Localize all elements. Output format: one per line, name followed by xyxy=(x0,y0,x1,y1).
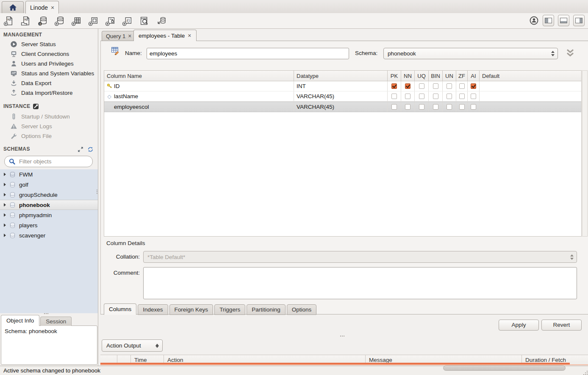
expander-icon[interactable] xyxy=(4,183,6,186)
tab-query-1[interactable]: Query 1 × xyxy=(102,31,136,41)
workbench-assistant-icon[interactable] xyxy=(529,16,539,25)
expander-icon[interactable] xyxy=(4,213,6,217)
nn-checkbox[interactable] xyxy=(405,94,410,99)
header-un[interactable]: UN xyxy=(443,71,456,81)
header-pk[interactable]: PK xyxy=(388,71,401,81)
tab-object-info[interactable]: Object Info xyxy=(1,315,39,326)
zf-checkbox[interactable] xyxy=(459,104,465,110)
expander-icon[interactable] xyxy=(4,173,6,176)
header-bin[interactable]: BIN xyxy=(429,71,443,81)
nn-checkbox[interactable] xyxy=(405,83,410,89)
sidebar-item-startup-shutdown[interactable]: Startup / Shutdown xyxy=(10,112,97,121)
schema-item-phpmyadmin[interactable]: phpmyadmin xyxy=(0,210,98,220)
sidebar-item-status-system-variables[interactable]: Status and System Variables xyxy=(10,69,97,78)
create-procedure-icon[interactable] xyxy=(104,15,116,27)
nn-checkbox[interactable] xyxy=(405,104,410,110)
output-horizontal-scrollbar[interactable] xyxy=(443,365,566,371)
grid-vertical-scrollbar[interactable] xyxy=(582,70,588,237)
un-checkbox[interactable] xyxy=(447,104,452,110)
create-table-icon[interactable] xyxy=(70,15,82,27)
header-zf[interactable]: ZF xyxy=(456,71,468,81)
default-cell[interactable] xyxy=(480,102,581,112)
close-icon[interactable]: × xyxy=(188,33,191,39)
bin-checkbox[interactable] xyxy=(433,83,438,89)
column-row-id[interactable]: ID INT xyxy=(104,81,581,91)
schema-item-players[interactable]: players xyxy=(0,220,98,230)
sidebar-item-client-connections[interactable]: Client Connections xyxy=(10,49,97,58)
create-view-icon[interactable] xyxy=(87,15,99,27)
tab-foreign-keys[interactable]: Foreign Keys xyxy=(169,304,214,315)
inspect-database-icon[interactable]: i xyxy=(36,15,48,27)
pk-checkbox[interactable] xyxy=(391,94,397,99)
sidebar-item-server-logs[interactable]: Server Logs xyxy=(10,121,97,131)
tab-options[interactable]: Options xyxy=(287,304,317,315)
tab-columns[interactable]: Columns xyxy=(104,303,136,315)
expander-icon[interactable] xyxy=(4,193,6,196)
close-icon[interactable]: × xyxy=(51,5,54,11)
close-icon[interactable]: × xyxy=(128,33,131,39)
data-transfer-wizard-icon[interactable] xyxy=(155,15,167,27)
expander-icon[interactable] xyxy=(4,234,6,237)
tab-session[interactable]: Session xyxy=(40,317,72,326)
header-column-name[interactable]: Column Name xyxy=(104,71,294,81)
pk-checkbox[interactable] xyxy=(391,104,397,110)
toggle-left-sidebar-icon[interactable] xyxy=(543,15,554,26)
bin-checkbox[interactable] xyxy=(433,104,438,110)
revert-button[interactable]: Revert xyxy=(541,320,582,331)
schema-item-groupschedule[interactable]: groupSchedule xyxy=(0,190,98,200)
pk-checkbox[interactable] xyxy=(391,83,397,89)
schema-item-scavenger[interactable]: scavenger xyxy=(0,230,98,240)
tab-triggers[interactable]: Triggers xyxy=(214,304,245,315)
sidebar-item-data-export[interactable]: Data Export xyxy=(10,78,97,88)
table-name-input[interactable] xyxy=(147,48,349,59)
header-uq[interactable]: UQ xyxy=(415,71,429,81)
create-function-icon[interactable]: f() xyxy=(121,15,133,27)
ai-checkbox[interactable] xyxy=(471,94,476,99)
un-checkbox[interactable] xyxy=(447,83,452,89)
toggle-right-sidebar-icon[interactable] xyxy=(573,15,585,26)
bin-checkbox[interactable] xyxy=(433,94,438,99)
collapse-header-chevron-icon[interactable] xyxy=(564,48,576,58)
ai-checkbox[interactable] xyxy=(471,104,476,110)
schema-select[interactable]: phonebook xyxy=(383,48,558,59)
header-nn[interactable]: NN xyxy=(401,71,415,81)
tab-indexes[interactable]: Indexes xyxy=(138,304,168,315)
expander-icon[interactable] xyxy=(4,223,6,227)
search-table-data-icon[interactable] xyxy=(138,15,150,27)
uq-checkbox[interactable] xyxy=(419,94,424,99)
resize-grip-icon[interactable] xyxy=(585,372,586,373)
schema-item-golf[interactable]: golf xyxy=(0,179,98,190)
expander-icon[interactable] xyxy=(4,203,6,207)
sidebar-item-options-file[interactable]: Options File xyxy=(10,131,97,141)
output-panel-splitter[interactable] xyxy=(340,336,341,336)
sidebar-splitter[interactable] xyxy=(97,190,97,190)
tab-employees-table[interactable]: employees - Table × xyxy=(133,30,197,41)
collation-select[interactable]: *Table Default* xyxy=(143,251,577,263)
refresh-schemas-icon[interactable] xyxy=(87,146,94,152)
un-checkbox[interactable] xyxy=(447,94,452,99)
sidebar-item-users-privileges[interactable]: Users and Privileges xyxy=(10,59,97,68)
header-ai[interactable]: AI xyxy=(468,71,480,81)
zf-checkbox[interactable] xyxy=(459,94,465,99)
home-tab[interactable] xyxy=(2,1,24,13)
expand-schemas-icon[interactable] xyxy=(78,146,83,152)
schema-item-phonebook[interactable]: phonebook xyxy=(0,200,98,210)
new-sql-tab-icon[interactable]: SQL xyxy=(3,15,14,27)
toggle-bottom-panel-icon[interactable] xyxy=(558,15,569,26)
default-cell[interactable] xyxy=(480,91,581,101)
sidebar-item-data-import[interactable]: Data Import/Restore xyxy=(10,88,97,97)
column-row-employeescol[interactable]: employeescol VARCHAR(45) xyxy=(104,102,581,112)
header-datatype[interactable]: Datatype xyxy=(294,71,388,81)
output-selector[interactable]: Action Output xyxy=(102,339,163,352)
sidebar-item-server-status[interactable]: Server Status xyxy=(10,39,97,49)
uq-checkbox[interactable] xyxy=(419,83,424,89)
info-panel-splitter[interactable] xyxy=(44,313,45,314)
zf-checkbox[interactable] xyxy=(459,83,465,89)
comment-textarea[interactable] xyxy=(143,267,577,299)
schema-item-fwm[interactable]: FWM xyxy=(0,169,98,179)
schema-filter-input[interactable] xyxy=(18,158,95,165)
open-sql-script-icon[interactable]: SQL xyxy=(19,15,31,27)
create-schema-icon[interactable] xyxy=(53,15,65,27)
apply-button[interactable]: Apply xyxy=(499,320,539,331)
column-row-lastname[interactable]: ◇ lastName VARCHAR(45) xyxy=(104,91,581,102)
